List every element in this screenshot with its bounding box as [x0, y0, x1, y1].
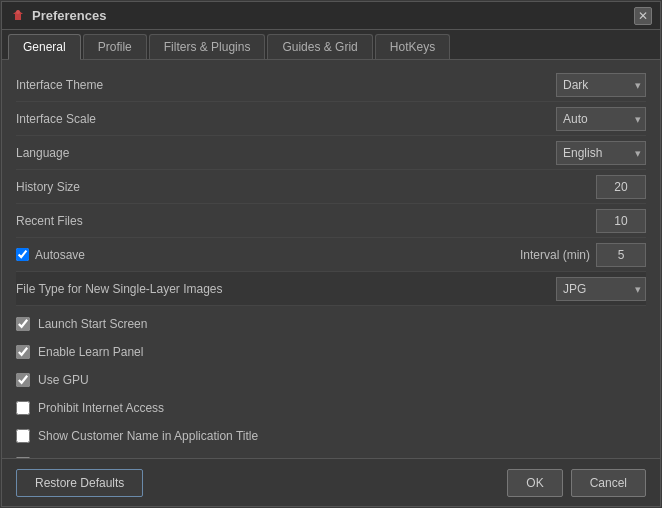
interface-theme-row: Interface Theme Dark Light System	[16, 68, 646, 102]
interface-theme-control: Dark Light System	[556, 73, 646, 97]
history-size-input[interactable]	[596, 175, 646, 199]
autosave-right: Interval (min)	[520, 243, 646, 267]
cancel-button[interactable]: Cancel	[571, 469, 646, 497]
interface-scale-select[interactable]: Auto 100% 125% 150%	[556, 107, 646, 131]
checkbox-enable-learn: Enable Learn Panel	[16, 338, 646, 366]
interface-scale-row: Interface Scale Auto 100% 125% 150%	[16, 102, 646, 136]
language-select[interactable]: English Spanish French German	[556, 141, 646, 165]
show-customer-label: Show Customer Name in Application Title	[38, 429, 258, 443]
language-select-wrapper: English Spanish French German	[556, 141, 646, 165]
checkboxes-section: Launch Start Screen Enable Learn Panel U…	[16, 306, 646, 458]
launch-start-label: Launch Start Screen	[38, 317, 147, 331]
enable-learn-checkbox[interactable]	[16, 345, 30, 359]
dialog-title: Preferences	[32, 8, 106, 23]
interval-label: Interval (min)	[520, 248, 590, 262]
file-type-row: File Type for New Single-Layer Images JP…	[16, 272, 646, 306]
tab-general[interactable]: General	[8, 34, 81, 60]
language-control: English Spanish French German	[556, 141, 646, 165]
title-bar: Preferences ✕	[2, 2, 660, 30]
interface-scale-label: Interface Scale	[16, 112, 96, 126]
use-gpu-label: Use GPU	[38, 373, 89, 387]
checkbox-launch-start: Launch Start Screen	[16, 310, 646, 338]
footer: Restore Defaults OK Cancel	[2, 458, 660, 506]
file-type-select[interactable]: JPG PNG TIFF PSD	[556, 277, 646, 301]
checkbox-show-customer: Show Customer Name in Application Title	[16, 422, 646, 450]
autosave-row: Autosave Interval (min)	[16, 238, 646, 272]
prohibit-internet-checkbox[interactable]	[16, 401, 30, 415]
tab-profile[interactable]: Profile	[83, 34, 147, 59]
enable-learn-label: Enable Learn Panel	[38, 345, 143, 359]
language-row: Language English Spanish French German	[16, 136, 646, 170]
recent-files-label: Recent Files	[16, 214, 83, 228]
tab-filters-plugins[interactable]: Filters & Plugins	[149, 34, 266, 59]
checkbox-show-hints: Show Hints in Status Bar	[16, 450, 646, 458]
app-icon	[10, 8, 26, 24]
restore-defaults-button[interactable]: Restore Defaults	[16, 469, 143, 497]
tab-hotkeys[interactable]: HotKeys	[375, 34, 450, 59]
file-type-select-wrapper: JPG PNG TIFF PSD	[556, 277, 646, 301]
interface-scale-control: Auto 100% 125% 150%	[556, 107, 646, 131]
recent-files-row: Recent Files	[16, 204, 646, 238]
checkbox-prohibit-internet: Prohibit Internet Access	[16, 394, 646, 422]
autosave-interval-input[interactable]	[596, 243, 646, 267]
tab-guides-grid[interactable]: Guides & Grid	[267, 34, 372, 59]
history-size-row: History Size	[16, 170, 646, 204]
launch-start-checkbox[interactable]	[16, 317, 30, 331]
language-label: Language	[16, 146, 69, 160]
close-button[interactable]: ✕	[634, 7, 652, 25]
recent-files-control	[596, 209, 646, 233]
file-type-control: JPG PNG TIFF PSD	[556, 277, 646, 301]
preferences-dialog: Preferences ✕ General Profile Filters & …	[1, 1, 661, 507]
autosave-left: Autosave	[16, 248, 85, 262]
prohibit-internet-label: Prohibit Internet Access	[38, 401, 164, 415]
history-size-label: History Size	[16, 180, 80, 194]
interface-theme-select-wrapper: Dark Light System	[556, 73, 646, 97]
svg-point-0	[16, 10, 20, 14]
show-customer-checkbox[interactable]	[16, 429, 30, 443]
recent-files-input[interactable]	[596, 209, 646, 233]
file-type-label: File Type for New Single-Layer Images	[16, 282, 223, 296]
ok-button[interactable]: OK	[507, 469, 562, 497]
autosave-checkbox[interactable]	[16, 248, 29, 261]
checkbox-use-gpu: Use GPU	[16, 366, 646, 394]
interface-scale-select-wrapper: Auto 100% 125% 150%	[556, 107, 646, 131]
history-size-control	[596, 175, 646, 199]
title-bar-left: Preferences	[10, 8, 106, 24]
interface-theme-select[interactable]: Dark Light System	[556, 73, 646, 97]
tabs-bar: General Profile Filters & Plugins Guides…	[2, 30, 660, 60]
use-gpu-checkbox[interactable]	[16, 373, 30, 387]
content-area: Interface Theme Dark Light System Interf…	[2, 60, 660, 458]
interface-theme-label: Interface Theme	[16, 78, 103, 92]
footer-right-buttons: OK Cancel	[507, 469, 646, 497]
autosave-label: Autosave	[35, 248, 85, 262]
